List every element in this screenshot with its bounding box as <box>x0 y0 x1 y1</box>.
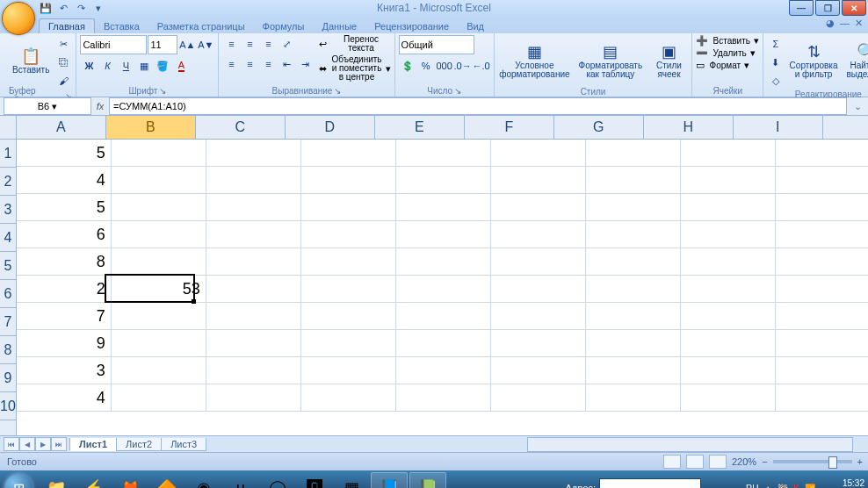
fill-color-icon[interactable]: 🪣 <box>154 57 171 75</box>
cell-F7[interactable] <box>491 303 586 330</box>
cell-E8[interactable] <box>396 330 491 357</box>
cell-B5[interactable] <box>112 248 206 276</box>
decrease-font-icon[interactable]: A▼ <box>197 36 214 54</box>
cell-F10[interactable] <box>491 384 586 412</box>
flag-icon[interactable]: 🏁 <box>778 484 788 489</box>
office-button[interactable] <box>2 2 35 35</box>
sheet-nav-prev-icon[interactable]: ◀ <box>19 437 35 451</box>
italic-icon[interactable]: К <box>98 57 116 75</box>
format-cells-button[interactable]: ▭ Формат ▾ <box>696 60 749 71</box>
cell-B10[interactable] <box>112 384 206 412</box>
excel-icon[interactable]: 📗 <box>409 472 446 488</box>
comma-icon[interactable]: 000 <box>436 57 453 75</box>
cell-C3[interactable] <box>206 194 301 221</box>
cell-E1[interactable] <box>396 140 491 167</box>
underline-icon[interactable]: Ч <box>117 57 134 75</box>
steam-icon[interactable]: ◉ <box>186 473 221 488</box>
cell-C2[interactable] <box>206 167 301 194</box>
cell-A5[interactable]: 8 <box>17 248 112 276</box>
cell-G1[interactable] <box>586 140 681 167</box>
sheet-nav-last-icon[interactable]: ⏭ <box>51 437 67 451</box>
row-header-1[interactable]: 1 <box>0 140 16 168</box>
cell-C9[interactable] <box>206 357 301 384</box>
cell-G7[interactable] <box>586 303 681 330</box>
cell-H3[interactable] <box>681 194 776 221</box>
help-icon[interactable]: ◕ <box>826 18 835 29</box>
cell-G3[interactable] <box>586 194 681 221</box>
col-header-G[interactable]: G <box>554 116 644 139</box>
cell-I1[interactable] <box>776 140 868 167</box>
expand-formula-bar-icon[interactable]: ⌄ <box>850 101 864 112</box>
align-left-icon[interactable]: ≡ <box>222 55 240 73</box>
horizontal-scrollbar[interactable] <box>527 437 853 452</box>
percent-icon[interactable]: % <box>417 57 435 75</box>
tab-insert[interactable]: Вставка <box>95 19 148 33</box>
page-layout-view-icon[interactable] <box>686 455 704 469</box>
align-top-icon[interactable]: ≡ <box>222 35 240 53</box>
align-middle-icon[interactable]: ≡ <box>241 35 258 53</box>
cell-A7[interactable]: 7 <box>17 303 112 330</box>
cell-E6[interactable] <box>396 276 491 303</box>
decrease-decimal-icon[interactable]: ←.0 <box>473 57 490 75</box>
align-center-icon[interactable]: ≡ <box>241 55 258 73</box>
cell-E5[interactable] <box>396 248 491 276</box>
cell-E9[interactable] <box>396 357 491 384</box>
autosum-icon[interactable]: Σ <box>767 35 785 53</box>
row-header-8[interactable]: 8 <box>0 336 16 364</box>
font-name[interactable] <box>80 35 147 54</box>
cell-F3[interactable] <box>491 194 586 221</box>
zoom-out-icon[interactable]: − <box>762 456 767 467</box>
sheet-tab-3[interactable]: Лист3 <box>161 438 206 451</box>
col-header-I[interactable]: I <box>734 116 823 139</box>
cut-icon[interactable]: ✂ <box>54 35 72 53</box>
cell-I7[interactable] <box>776 303 868 330</box>
explorer-icon[interactable]: 📁 <box>39 473 74 488</box>
border-icon[interactable]: ▦ <box>135 57 153 75</box>
tray-icon[interactable]: ▲ <box>763 484 772 489</box>
cell-H9[interactable] <box>681 357 776 384</box>
number-format[interactable] <box>399 35 474 54</box>
fx-icon[interactable]: fx <box>91 101 109 111</box>
cell-C5[interactable] <box>206 248 301 276</box>
col-header-C[interactable]: C <box>196 116 286 139</box>
sort-filter-button[interactable]: ⇅Сортировка и фильтр <box>786 35 841 86</box>
clock[interactable]: 15:32 07.02.2016 <box>821 478 864 488</box>
cell-A9[interactable]: 3 <box>17 357 112 384</box>
redo-icon[interactable]: ↷ <box>74 1 88 15</box>
cell-F8[interactable] <box>491 330 586 357</box>
cell-B6[interactable]: 53 <box>112 276 206 303</box>
cell-H10[interactable] <box>681 384 776 412</box>
font-color-icon[interactable]: A <box>172 57 190 75</box>
lang-indicator[interactable]: RU <box>746 484 758 489</box>
minimize-button[interactable]: — <box>789 0 814 16</box>
find-select-button[interactable]: 🔍Найти и выделить <box>843 35 868 86</box>
col-header-D[interactable]: D <box>286 116 375 139</box>
restore-button[interactable]: ❐ <box>815 0 840 16</box>
cell-C10[interactable] <box>206 384 301 412</box>
cell-I6[interactable] <box>776 276 868 303</box>
bold-icon[interactable]: Ж <box>80 57 98 75</box>
insert-cells-button[interactable]: ➕ Вставить ▾ <box>696 35 759 47</box>
cell-E3[interactable] <box>396 194 491 221</box>
qat-dropdown-icon[interactable]: ▾ <box>91 1 105 15</box>
word-icon[interactable]: 📘 <box>371 472 408 488</box>
format-as-table-button[interactable]: ▤Форматировать как таблицу <box>573 35 647 86</box>
col-header-F[interactable]: F <box>465 116 554 139</box>
cell-A3[interactable]: 5 <box>17 194 112 221</box>
zoom-in-icon[interactable]: + <box>857 456 863 467</box>
row-header-10[interactable]: 10 <box>0 392 16 420</box>
undo-icon[interactable]: ↶ <box>56 1 70 15</box>
row-header-6[interactable]: 6 <box>0 280 16 308</box>
cell-D4[interactable] <box>301 221 396 248</box>
cell-F6[interactable] <box>491 276 586 303</box>
utorrent-icon[interactable]: µ <box>223 473 258 488</box>
name-box[interactable]: B6 ▾ <box>4 97 91 115</box>
row-header-9[interactable]: 9 <box>0 364 16 392</box>
cell-I3[interactable] <box>776 194 868 221</box>
col-header-B[interactable]: B <box>106 116 196 139</box>
tab-view[interactable]: Вид <box>458 19 493 33</box>
row-header-2[interactable]: 2 <box>0 168 16 196</box>
cell-A4[interactable]: 6 <box>17 221 112 248</box>
sheet-nav-next-icon[interactable]: ▶ <box>35 437 51 451</box>
tab-formulas[interactable]: Формулы <box>254 19 314 33</box>
